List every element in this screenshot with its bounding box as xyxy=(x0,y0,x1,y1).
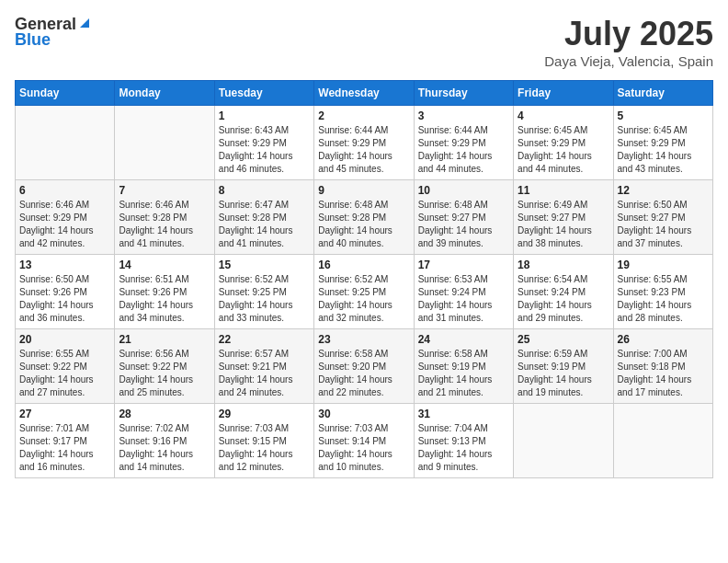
calendar-cell: 12Sunrise: 6:50 AMSunset: 9:27 PMDayligh… xyxy=(613,180,712,255)
calendar-table: SundayMondayTuesdayWednesdayThursdayFrid… xyxy=(15,80,713,478)
day-number: 10 xyxy=(418,184,509,197)
calendar-cell: 9Sunrise: 6:48 AMSunset: 9:28 PMDaylight… xyxy=(314,180,414,255)
calendar-cell: 6Sunrise: 6:46 AMSunset: 9:29 PMDaylight… xyxy=(16,180,115,255)
page-header: General Blue July 2025 Daya Vieja, Valen… xyxy=(15,15,713,69)
calendar-week-row: 27Sunrise: 7:01 AMSunset: 9:17 PMDayligh… xyxy=(16,404,713,478)
day-info: Sunrise: 6:44 AMSunset: 9:29 PMDaylight:… xyxy=(318,124,409,176)
day-number: 14 xyxy=(119,259,210,271)
calendar-cell: 7Sunrise: 6:46 AMSunset: 9:28 PMDaylight… xyxy=(115,180,214,255)
logo: General Blue xyxy=(15,15,91,50)
day-number: 20 xyxy=(19,333,110,346)
calendar-cell: 25Sunrise: 6:59 AMSunset: 9:19 PMDayligh… xyxy=(514,329,613,404)
calendar-week-row: 6Sunrise: 6:46 AMSunset: 9:29 PMDaylight… xyxy=(16,180,713,255)
calendar-cell xyxy=(115,106,214,180)
day-info: Sunrise: 6:59 AMSunset: 9:19 PMDaylight:… xyxy=(518,348,609,399)
day-info: Sunrise: 6:45 AMSunset: 9:29 PMDaylight:… xyxy=(518,124,609,176)
calendar-cell xyxy=(613,404,712,478)
day-info: Sunrise: 7:01 AMSunset: 9:17 PMDaylight:… xyxy=(19,422,110,474)
day-info: Sunrise: 6:58 AMSunset: 9:20 PMDaylight:… xyxy=(318,348,409,399)
calendar-cell: 8Sunrise: 6:47 AMSunset: 9:28 PMDaylight… xyxy=(214,180,313,255)
calendar-cell: 5Sunrise: 6:45 AMSunset: 9:29 PMDaylight… xyxy=(613,106,712,180)
calendar-cell: 29Sunrise: 7:03 AMSunset: 9:15 PMDayligh… xyxy=(214,404,313,478)
calendar-cell: 3Sunrise: 6:44 AMSunset: 9:29 PMDaylight… xyxy=(414,106,513,180)
calendar-cell: 2Sunrise: 6:44 AMSunset: 9:29 PMDaylight… xyxy=(314,106,414,180)
day-number: 3 xyxy=(418,109,509,122)
calendar-week-row: 20Sunrise: 6:55 AMSunset: 9:22 PMDayligh… xyxy=(16,329,713,404)
day-number: 25 xyxy=(518,333,609,346)
day-number: 27 xyxy=(19,408,110,420)
calendar-cell: 15Sunrise: 6:52 AMSunset: 9:25 PMDayligh… xyxy=(214,255,313,329)
calendar-header-row: SundayMondayTuesdayWednesdayThursdayFrid… xyxy=(16,81,713,106)
day-number: 11 xyxy=(518,184,609,197)
logo-arrow-icon xyxy=(78,17,91,33)
day-number: 22 xyxy=(219,333,310,346)
calendar-cell: 23Sunrise: 6:58 AMSunset: 9:20 PMDayligh… xyxy=(314,329,414,404)
day-info: Sunrise: 6:45 AMSunset: 9:29 PMDaylight:… xyxy=(618,124,709,176)
day-info: Sunrise: 6:44 AMSunset: 9:29 PMDaylight:… xyxy=(418,124,509,176)
calendar-cell: 22Sunrise: 6:57 AMSunset: 9:21 PMDayligh… xyxy=(214,329,313,404)
day-number: 18 xyxy=(518,259,609,271)
day-number: 8 xyxy=(219,184,310,197)
day-info: Sunrise: 6:55 AMSunset: 9:22 PMDaylight:… xyxy=(19,348,110,399)
calendar-cell xyxy=(16,106,115,180)
day-number: 1 xyxy=(219,109,310,122)
day-number: 28 xyxy=(119,408,210,420)
day-number: 15 xyxy=(219,259,310,271)
calendar-cell: 24Sunrise: 6:58 AMSunset: 9:19 PMDayligh… xyxy=(414,329,513,404)
calendar-day-header: Thursday xyxy=(414,81,513,106)
day-number: 2 xyxy=(318,109,409,122)
day-number: 5 xyxy=(618,109,709,122)
calendar-day-header: Monday xyxy=(115,81,214,106)
location-subtitle: Daya Vieja, Valencia, Spain xyxy=(544,53,713,69)
day-info: Sunrise: 7:03 AMSunset: 9:15 PMDaylight:… xyxy=(219,422,310,474)
day-number: 29 xyxy=(219,408,310,420)
month-year-title: July 2025 xyxy=(544,15,713,53)
day-number: 16 xyxy=(318,259,409,271)
calendar-cell: 4Sunrise: 6:45 AMSunset: 9:29 PMDaylight… xyxy=(514,106,613,180)
calendar-cell: 1Sunrise: 6:43 AMSunset: 9:29 PMDaylight… xyxy=(214,106,313,180)
day-info: Sunrise: 6:48 AMSunset: 9:27 PMDaylight:… xyxy=(418,199,509,250)
calendar-cell: 18Sunrise: 6:54 AMSunset: 9:24 PMDayligh… xyxy=(514,255,613,329)
day-number: 23 xyxy=(318,333,409,346)
calendar-cell: 10Sunrise: 6:48 AMSunset: 9:27 PMDayligh… xyxy=(414,180,513,255)
day-info: Sunrise: 6:50 AMSunset: 9:26 PMDaylight:… xyxy=(19,273,110,325)
calendar-cell: 30Sunrise: 7:03 AMSunset: 9:14 PMDayligh… xyxy=(314,404,414,478)
day-info: Sunrise: 6:51 AMSunset: 9:26 PMDaylight:… xyxy=(119,273,210,325)
calendar-week-row: 1Sunrise: 6:43 AMSunset: 9:29 PMDaylight… xyxy=(16,106,713,180)
day-number: 6 xyxy=(19,184,110,197)
day-number: 17 xyxy=(418,259,509,271)
day-info: Sunrise: 6:47 AMSunset: 9:28 PMDaylight:… xyxy=(219,199,310,250)
calendar-day-header: Wednesday xyxy=(314,81,414,106)
calendar-day-header: Saturday xyxy=(613,81,712,106)
day-info: Sunrise: 6:52 AMSunset: 9:25 PMDaylight:… xyxy=(318,273,409,325)
calendar-cell: 31Sunrise: 7:04 AMSunset: 9:13 PMDayligh… xyxy=(414,404,513,478)
day-info: Sunrise: 6:54 AMSunset: 9:24 PMDaylight:… xyxy=(518,273,609,325)
calendar-cell xyxy=(514,404,613,478)
calendar-cell: 26Sunrise: 7:00 AMSunset: 9:18 PMDayligh… xyxy=(613,329,712,404)
calendar-cell: 21Sunrise: 6:56 AMSunset: 9:22 PMDayligh… xyxy=(115,329,214,404)
calendar-day-header: Friday xyxy=(514,81,613,106)
day-number: 13 xyxy=(19,259,110,271)
day-info: Sunrise: 6:48 AMSunset: 9:28 PMDaylight:… xyxy=(318,199,409,250)
day-info: Sunrise: 7:02 AMSunset: 9:16 PMDaylight:… xyxy=(119,422,210,474)
day-number: 21 xyxy=(119,333,210,346)
day-number: 12 xyxy=(618,184,709,197)
calendar-cell: 17Sunrise: 6:53 AMSunset: 9:24 PMDayligh… xyxy=(414,255,513,329)
calendar-cell: 27Sunrise: 7:01 AMSunset: 9:17 PMDayligh… xyxy=(16,404,115,478)
calendar-cell: 16Sunrise: 6:52 AMSunset: 9:25 PMDayligh… xyxy=(314,255,414,329)
day-number: 24 xyxy=(418,333,509,346)
day-info: Sunrise: 6:50 AMSunset: 9:27 PMDaylight:… xyxy=(618,199,709,250)
day-number: 4 xyxy=(518,109,609,122)
day-number: 19 xyxy=(618,259,709,271)
day-number: 7 xyxy=(119,184,210,197)
calendar-day-header: Sunday xyxy=(16,81,115,106)
day-info: Sunrise: 6:46 AMSunset: 9:29 PMDaylight:… xyxy=(19,199,110,250)
logo-blue-text: Blue xyxy=(15,30,51,50)
day-number: 31 xyxy=(418,408,509,420)
calendar-cell: 11Sunrise: 6:49 AMSunset: 9:27 PMDayligh… xyxy=(514,180,613,255)
day-info: Sunrise: 6:43 AMSunset: 9:29 PMDaylight:… xyxy=(219,124,310,176)
calendar-day-header: Tuesday xyxy=(214,81,313,106)
day-info: Sunrise: 6:52 AMSunset: 9:25 PMDaylight:… xyxy=(219,273,310,325)
day-number: 30 xyxy=(318,408,409,420)
day-info: Sunrise: 6:55 AMSunset: 9:23 PMDaylight:… xyxy=(618,273,709,325)
